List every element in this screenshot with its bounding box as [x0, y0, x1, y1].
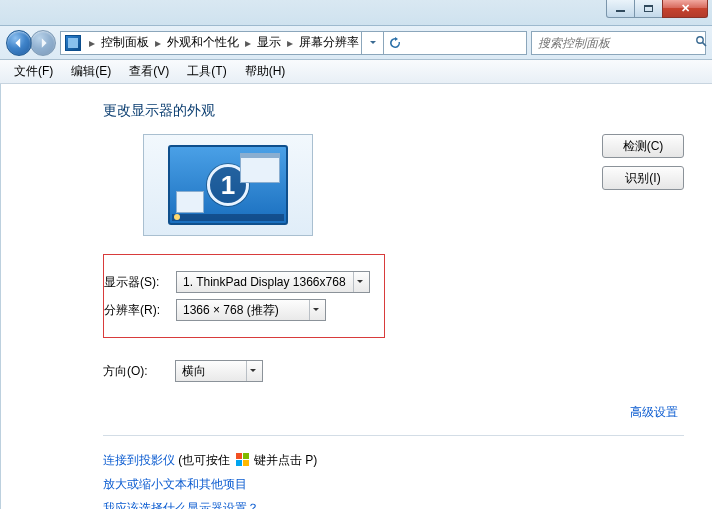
resolution-label: 分辨率(R): [104, 302, 176, 319]
display-value: 1. ThinkPad Display 1366x768 [183, 275, 346, 289]
chevron-right-icon: ▸ [241, 36, 255, 50]
address-row: ▸ 控制面板▸ 外观和个性化▸ 显示▸ 屏幕分辨率 [0, 26, 712, 60]
menu-view[interactable]: 查看(V) [121, 61, 177, 82]
crumb-label: 控制面板 [99, 34, 151, 51]
svg-point-0 [697, 36, 703, 42]
resolution-select[interactable]: 1366 × 768 (推荐) [176, 299, 326, 321]
search-box[interactable] [531, 31, 706, 55]
orientation-select[interactable]: 横向 [175, 360, 263, 382]
highlight-box: 显示器(S): 1. ThinkPad Display 1366x768 分辨率… [103, 254, 385, 338]
chevron-down-icon [246, 361, 258, 381]
maximize-icon [644, 5, 653, 12]
close-icon: ✕ [681, 3, 690, 14]
start-glyph [174, 214, 180, 220]
resolution-value: 1366 × 768 (推荐) [183, 302, 279, 319]
crumb-label: 显示 [255, 34, 283, 51]
search-input[interactable] [536, 35, 691, 51]
crumb-label: 屏幕分辨率 [297, 34, 361, 51]
nav-forward-button[interactable] [30, 30, 56, 56]
refresh-icon [389, 37, 401, 49]
nav-back-button[interactable] [6, 30, 32, 56]
window-titlebar: ✕ [0, 0, 712, 26]
menu-file[interactable]: 文件(F) [6, 61, 61, 82]
address-dropdown-button[interactable] [361, 32, 383, 54]
display-row: 显示器(S): 1. ThinkPad Display 1366x768 [104, 271, 370, 293]
identify-button[interactable]: 识别(I) [602, 166, 684, 190]
desktop-glyph [176, 191, 204, 213]
search-icon [695, 35, 708, 51]
chevron-right-icon: ▸ [85, 36, 99, 50]
arrow-left-icon [13, 37, 25, 49]
preview-row: 1 检测(C) 识别(I) [103, 134, 684, 236]
crumb-appearance[interactable]: 外观和个性化▸ [165, 32, 255, 54]
windows-key-icon [236, 453, 249, 466]
content-area: 更改显示器的外观 1 检测(C) 识别(I) 显示器(S): 1. ThinkP… [0, 84, 712, 509]
projector-hint-before: (也可按住 [175, 453, 234, 467]
menu-tools[interactable]: 工具(T) [179, 61, 234, 82]
crumb-control-panel[interactable]: 控制面板▸ [99, 32, 165, 54]
advanced-row: 高级设置 [103, 404, 684, 421]
crumb-label: 外观和个性化 [165, 34, 241, 51]
taskbar-glyph [172, 214, 284, 221]
crumb-display[interactable]: 显示▸ [255, 32, 297, 54]
page-heading: 更改显示器的外观 [103, 102, 684, 120]
minimize-icon [616, 10, 625, 12]
footer-links: 连接到投影仪 (也可按住 键并点击 P) 放大或缩小文本和其他项目 我应该选择什… [103, 448, 684, 509]
detect-button[interactable]: 检测(C) [602, 134, 684, 158]
menu-edit[interactable]: 编辑(E) [63, 61, 119, 82]
arrow-right-icon [37, 37, 49, 49]
monitor-icon: 1 [168, 145, 288, 225]
which-settings-link[interactable]: 我应该选择什么显示器设置？ [103, 501, 259, 509]
svg-line-1 [703, 42, 706, 45]
menu-help[interactable]: 帮助(H) [237, 61, 294, 82]
chevron-down-icon [309, 300, 321, 320]
window-buttons: ✕ [607, 0, 708, 18]
chevron-down-icon [369, 39, 377, 47]
advanced-settings-link[interactable]: 高级设置 [630, 405, 678, 419]
display-label: 显示器(S): [104, 274, 176, 291]
address-bar[interactable]: ▸ 控制面板▸ 外观和个性化▸ 显示▸ 屏幕分辨率 [60, 31, 527, 55]
monitor-preview[interactable]: 1 [143, 134, 313, 236]
close-button[interactable]: ✕ [662, 0, 708, 18]
nav-arrows [6, 30, 56, 56]
orientation-value: 横向 [182, 363, 206, 380]
resolution-row: 分辨率(R): 1366 × 768 (推荐) [104, 299, 370, 321]
textsize-link[interactable]: 放大或缩小文本和其他项目 [103, 477, 247, 491]
chevron-right-icon: ▸ [151, 36, 165, 50]
maximize-button[interactable] [634, 0, 663, 18]
preview-side-buttons: 检测(C) 识别(I) [602, 134, 684, 190]
window-glyph [240, 153, 280, 183]
projector-hint-after: 键并点击 P) [251, 453, 318, 467]
refresh-button[interactable] [383, 32, 405, 54]
display-select[interactable]: 1. ThinkPad Display 1366x768 [176, 271, 370, 293]
projector-line: 连接到投影仪 (也可按住 键并点击 P) [103, 448, 684, 472]
chevron-down-icon [353, 272, 365, 292]
menu-bar: 文件(F) 编辑(E) 查看(V) 工具(T) 帮助(H) [0, 60, 712, 84]
orientation-row: 方向(O): 横向 [103, 360, 684, 382]
projector-link[interactable]: 连接到投影仪 [103, 453, 175, 467]
divider [103, 435, 684, 436]
control-panel-icon [65, 35, 81, 51]
crumb-resolution[interactable]: 屏幕分辨率 [297, 32, 361, 54]
minimize-button[interactable] [606, 0, 635, 18]
chevron-right-icon: ▸ [283, 36, 297, 50]
orientation-label: 方向(O): [103, 363, 175, 380]
